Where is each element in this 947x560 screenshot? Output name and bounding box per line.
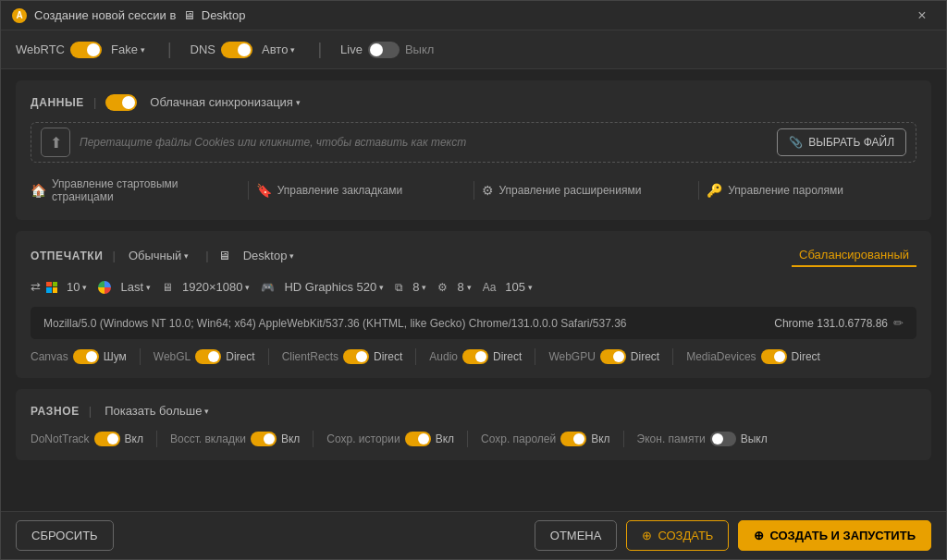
cpu-icon: ⚙ (437, 281, 448, 294)
play-icon: ⊕ (754, 529, 764, 542)
fp-balanced-button[interactable]: Сбалансированный (792, 244, 916, 267)
content-area: ДАННЫЕ | Облачная синхронизация ▾ ⬆ 📎 В (1, 69, 946, 511)
misc-show-more-dropdown[interactable]: Показать больше ▾ (101, 402, 213, 420)
fp-browser-dropdown[interactable]: Last ▾ (117, 278, 154, 296)
live-toggle[interactable] (368, 42, 400, 58)
edit-icon[interactable]: ✏ (893, 316, 904, 330)
webrtc-label: WebRTC (16, 43, 65, 56)
reset-button[interactable]: СБРОСИТЬ (16, 520, 114, 551)
webgl-toggle[interactable] (195, 349, 221, 364)
clientrects-toggle[interactable] (343, 349, 369, 364)
cloud-sync-toggle[interactable] (105, 94, 137, 111)
dns-option: Авто (262, 43, 288, 56)
restoretabs-toggle[interactable] (251, 432, 277, 446)
manage-bookmarks-link[interactable]: 🔖 Управление закладками (256, 174, 466, 207)
restoretabs-toggle-thumb (264, 433, 275, 444)
live-toggle-thumb (370, 43, 383, 56)
mediadevices-toggle-track[interactable] (761, 349, 787, 364)
savepasswords-toggle[interactable] (560, 432, 586, 446)
fp-canvas-value: Шум (104, 350, 127, 363)
misc-restoretabs: Восст. вкладки Вкл (170, 432, 300, 446)
fp-clientrects-value: Direct (374, 350, 402, 363)
create-button[interactable]: ⊕ СОЗДАТЬ (626, 520, 729, 551)
savehistory-toggle-track[interactable] (405, 432, 431, 446)
fp-param-mediadevices: MediaDevices Direct (686, 349, 820, 364)
webrtc-dropdown[interactable]: Fake ▾ (107, 41, 149, 58)
dns-toggle-track[interactable] (221, 42, 252, 58)
donottrack-toggle-track[interactable] (94, 432, 120, 446)
webgpu-toggle[interactable] (600, 349, 626, 364)
fp-font-dropdown[interactable]: 105 ▾ (501, 278, 536, 296)
monitor-small-icon: 🖥 (162, 281, 173, 294)
cloud-sync-toggle-track[interactable] (105, 94, 137, 111)
canvas-toggle[interactable] (73, 349, 99, 364)
fp-font-chevron-icon: ▾ (528, 283, 533, 292)
create-label: СОЗДАТЬ (658, 529, 713, 542)
webrtc-toggle-track[interactable] (70, 42, 102, 58)
donottrack-toggle[interactable] (94, 432, 120, 446)
google-icon (98, 281, 111, 294)
fp-gpu-control: 🎮 HD Graphics 520 ▾ (261, 278, 387, 296)
create-run-button[interactable]: ⊕ СОЗДАТЬ И ЗАПУСТИТЬ (738, 520, 931, 551)
misc-params-row: DoNotTrack Вкл Восст. вкладки (31, 431, 916, 447)
fp-gpu-dropdown[interactable]: HD Graphics 520 ▾ (280, 278, 387, 296)
live-control: Live Выкл (340, 42, 434, 58)
live-toggle-track[interactable] (368, 42, 400, 58)
fp-platform-dropdown[interactable]: Desktop ▾ (240, 247, 299, 264)
fp-gpu-label: HD Graphics 520 (284, 280, 376, 294)
fp-mode-dropdown[interactable]: Обычный ▾ (125, 247, 192, 264)
file-drop-area[interactable]: ⬆ 📎 ВЫБРАТЬ ФАЙЛ (31, 122, 916, 163)
layers-icon: ⧉ (395, 281, 403, 294)
title-bar: A Создание новой сессии в 🖥 Desktop × (1, 1, 946, 30)
restoretabs-toggle-track[interactable] (251, 432, 277, 446)
bottom-bar: СБРОСИТЬ ОТМЕНА ⊕ СОЗДАТЬ ⊕ СОЗДАТЬ И ЗА… (1, 511, 946, 559)
dns-toggle[interactable] (221, 42, 252, 58)
audio-toggle[interactable] (462, 349, 488, 364)
manage-passwords-link[interactable]: 🔑 Управление паролями (707, 174, 916, 207)
canvas-toggle-track[interactable] (73, 349, 99, 364)
link-sep-2 (474, 181, 474, 200)
link-sep-1 (248, 181, 249, 200)
mediadevices-toggle[interactable] (761, 349, 787, 364)
fp-os-dropdown[interactable]: 10 ▾ (63, 278, 91, 296)
memorysaver-toggle[interactable] (710, 432, 736, 446)
fp-browser-control: Last ▾ (98, 278, 154, 296)
manage-start-pages-link[interactable]: 🏠 Управление стартовыми страницами (31, 174, 240, 207)
misc-donottrack-value: Вкл (125, 432, 143, 445)
data-section-title: ДАННЫЕ (31, 96, 84, 109)
clientrects-toggle-track[interactable] (343, 349, 369, 364)
fp-cpu-dropdown[interactable]: 8 ▾ (453, 278, 474, 296)
misc-donottrack-label: DoNotTrack (31, 432, 90, 445)
webgpu-toggle-thumb (613, 351, 624, 362)
fp-resolution-dropdown[interactable]: 1920×1080 ▾ (178, 278, 253, 296)
link-sep-3 (698, 181, 699, 200)
manage-extensions-label: Управление расширениями (499, 184, 642, 197)
close-button[interactable]: × (909, 3, 935, 29)
savehistory-toggle[interactable] (405, 432, 431, 446)
fp-webgpu-label: WebGPU (548, 350, 595, 363)
manage-extensions-link[interactable]: ⚙ Управление расширениями (482, 174, 692, 207)
fp-browser-label: Last (120, 280, 143, 294)
savepasswords-toggle-track[interactable] (560, 432, 586, 446)
cloud-sync-dropdown[interactable]: Облачная синхронизация ▾ (146, 93, 304, 111)
memorysaver-toggle-track[interactable] (710, 432, 736, 446)
paperclip-icon: 📎 (789, 136, 803, 149)
fp-useragent-row: Mozilla/5.0 (Windows NT 10.0; Win64; x64… (31, 307, 916, 339)
misc-memorysaver: Экон. памяти Выкл (637, 432, 768, 446)
audio-toggle-track[interactable] (462, 349, 488, 364)
password-icon: 🔑 (707, 183, 722, 198)
data-links: 🏠 Управление стартовыми страницами 🔖 Упр… (31, 174, 916, 207)
webgpu-toggle-track[interactable] (600, 349, 626, 364)
file-select-button[interactable]: 📎 ВЫБРАТЬ ФАЙЛ (777, 128, 906, 156)
file-drop-input[interactable] (80, 136, 768, 149)
misc-section-title: РАЗНОЕ (31, 405, 80, 418)
fp-layers-dropdown[interactable]: 8 ▾ (409, 278, 430, 296)
home-icon: 🏠 (31, 183, 46, 198)
dns-dropdown[interactable]: Авто ▾ (258, 41, 299, 58)
fp-sep-2: | (205, 249, 208, 262)
webgl-toggle-track[interactable] (195, 349, 221, 364)
webrtc-toggle[interactable] (70, 42, 102, 58)
fp-resolution-chevron-icon: ▾ (245, 283, 250, 292)
misc-sep: | (89, 404, 92, 418)
cancel-button[interactable]: ОТМЕНА (535, 520, 618, 551)
